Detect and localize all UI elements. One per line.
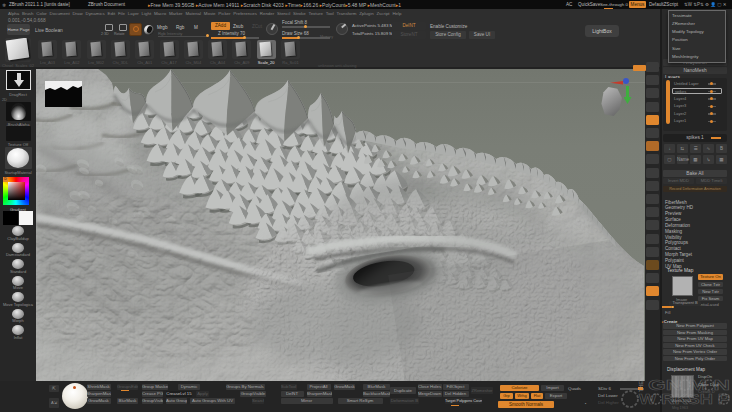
svg-text:THE: THE [638,381,644,392]
svg-text:W RKSH P: W RKSH P [639,391,730,407]
